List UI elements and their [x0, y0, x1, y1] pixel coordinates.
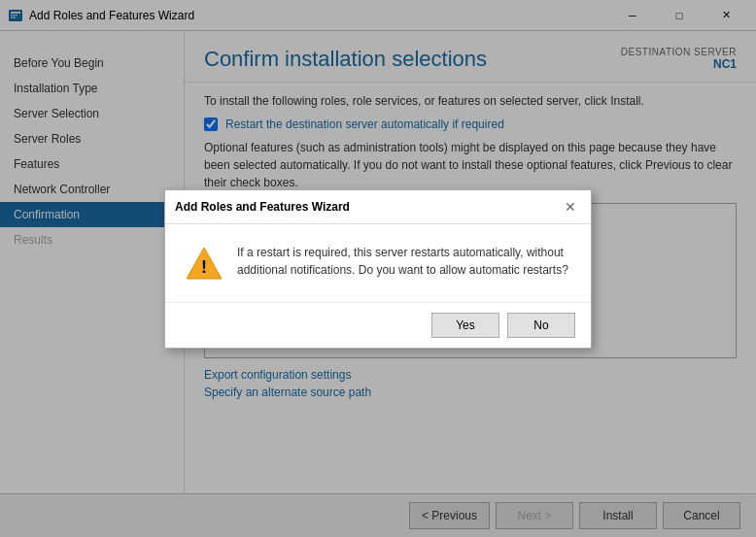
dialog-body: ! If a restart is required, this server …: [165, 224, 591, 302]
dialog-overlay: Add Roles and Features Wizard ✕ ! If a r…: [0, 0, 756, 537]
dialog-titlebar: Add Roles and Features Wizard ✕: [165, 190, 591, 224]
dialog-footer: Yes No: [165, 302, 591, 348]
dialog-no-button[interactable]: No: [507, 313, 575, 338]
dialog-yes-button[interactable]: Yes: [431, 313, 499, 338]
confirmation-dialog: Add Roles and Features Wizard ✕ ! If a r…: [164, 189, 592, 349]
dialog-message: If a restart is required, this server re…: [237, 244, 571, 279]
dialog-title: Add Roles and Features Wizard: [175, 200, 350, 214]
svg-text:!: !: [201, 257, 207, 277]
warning-icon: !: [185, 244, 223, 283]
dialog-close-button[interactable]: ✕: [560, 196, 581, 218]
